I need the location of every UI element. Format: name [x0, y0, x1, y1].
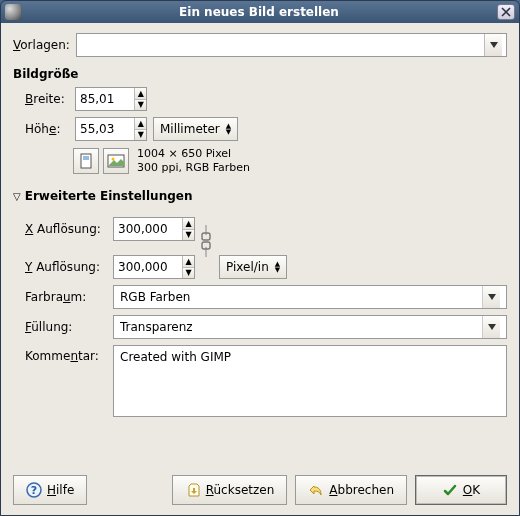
reset-button[interactable]: Rücksetzen: [172, 475, 288, 505]
width-up[interactable]: ▲: [135, 88, 146, 100]
templates-row: Vorlagen:: [13, 33, 507, 57]
width-down[interactable]: ▼: [135, 100, 146, 111]
help-button[interactable]: ? Hilfe: [13, 475, 87, 505]
yres-spin[interactable]: ▲ ▼: [113, 255, 195, 279]
close-button[interactable]: [497, 4, 515, 20]
yres-row: Y Auflösung: ▲ ▼ Pixel/in ▲▼: [25, 255, 507, 279]
width-label: Breite:: [25, 92, 69, 106]
fill-value: Transparenz: [120, 320, 193, 334]
templates-combo[interactable]: [76, 33, 507, 57]
fill-label: Füllung:: [25, 320, 107, 334]
size-unit-value: Millimeter: [160, 122, 220, 136]
svg-text:?: ?: [31, 484, 37, 497]
svg-rect-1: [83, 156, 89, 160]
undo-icon: [308, 482, 324, 498]
res-unit-value: Pixel/in: [226, 260, 269, 274]
ok-button[interactable]: OK: [415, 475, 507, 505]
cancel-label: Abbrechen: [329, 483, 394, 497]
image-info: 1004 × 650 Pixel 300 ppi, RGB Farben: [137, 147, 250, 175]
button-bar: ? Hilfe Rücksetzen Abbrechen OK: [13, 465, 507, 505]
height-label: Höhe:: [25, 122, 69, 136]
chevron-down-icon[interactable]: [484, 34, 502, 56]
xres-label: X Auflösung:: [25, 222, 107, 236]
xres-row: X Auflösung: ▲ ▼: [25, 209, 507, 249]
fill-row: Füllung: Transparenz: [25, 315, 507, 339]
height-row: Höhe: ▲ ▼ Millimeter ▲▼: [25, 117, 507, 141]
info-ppi: 300 ppi, RGB Farben: [137, 161, 250, 175]
height-spin[interactable]: ▲ ▼: [75, 117, 147, 141]
fill-select[interactable]: Transparenz: [113, 315, 507, 339]
res-unit-combo[interactable]: Pixel/in ▲▼: [219, 255, 287, 279]
comment-textarea[interactable]: Created with GIMP: [113, 345, 507, 417]
ok-check-icon: [442, 482, 458, 498]
xres-input[interactable]: [114, 218, 182, 240]
templates-label: Vorlagen:: [13, 38, 70, 52]
portrait-button[interactable]: [73, 148, 99, 174]
width-input[interactable]: [76, 88, 134, 110]
image-size-section: Breite: ▲ ▼ Höhe: ▲ ▼: [25, 87, 507, 181]
xres-spin[interactable]: ▲ ▼: [113, 217, 195, 241]
titlebar[interactable]: Ein neues Bild erstellen: [1, 1, 519, 23]
dialog-window: Ein neues Bild erstellen Vorlagen: Bildg…: [0, 0, 520, 516]
yres-down[interactable]: ▼: [183, 268, 194, 279]
width-row: Breite: ▲ ▼: [25, 87, 507, 111]
info-pixels: 1004 × 650 Pixel: [137, 147, 250, 161]
cancel-button[interactable]: Abbrechen: [295, 475, 407, 505]
advanced-expander[interactable]: ▽ Erweiterte Einstellungen: [13, 189, 507, 203]
width-spin[interactable]: ▲ ▼: [75, 87, 147, 111]
chevron-updown-icon: ▲▼: [275, 261, 280, 273]
dialog-content: Vorlagen: Bildgröße Breite: ▲ ▼: [1, 23, 519, 515]
yres-label: Y Auflösung:: [25, 260, 107, 274]
reset-label: Rücksetzen: [206, 483, 275, 497]
landscape-button[interactable]: [103, 148, 129, 174]
chevron-down-icon: [482, 316, 500, 338]
advanced-title: Erweiterte Einstellungen: [25, 189, 193, 203]
colorspace-label: Farbraum:: [25, 290, 107, 304]
height-up[interactable]: ▲: [135, 118, 146, 130]
image-size-title: Bildgröße: [13, 67, 507, 81]
chevron-down-icon: [482, 286, 500, 308]
height-input[interactable]: [76, 118, 134, 140]
window-title: Ein neues Bild erstellen: [21, 5, 497, 19]
colorspace-row: Farbraum: RGB Farben: [25, 285, 507, 309]
advanced-section: X Auflösung: ▲ ▼ Y Auflösung:: [25, 209, 507, 423]
xres-up[interactable]: ▲: [183, 218, 194, 230]
chevron-updown-icon: ▲▼: [226, 123, 231, 135]
colorspace-select[interactable]: RGB Farben: [113, 285, 507, 309]
help-label: Hilfe: [47, 483, 74, 497]
height-down[interactable]: ▼: [135, 130, 146, 141]
size-unit-combo[interactable]: Millimeter ▲▼: [153, 117, 238, 141]
triangle-down-icon: ▽: [13, 191, 21, 202]
comment-row: Kommentar: Created with GIMP: [25, 345, 507, 417]
yres-up[interactable]: ▲: [183, 256, 194, 268]
chain-link-icon[interactable]: [197, 221, 215, 261]
xres-down[interactable]: ▼: [183, 230, 194, 241]
help-icon: ?: [26, 482, 42, 498]
orientation-info-row: 1004 × 650 Pixel 300 ppi, RGB Farben: [25, 147, 507, 175]
app-icon: [5, 4, 21, 20]
reset-icon: [185, 482, 201, 498]
colorspace-value: RGB Farben: [120, 290, 190, 304]
ok-label: OK: [463, 483, 480, 497]
yres-input[interactable]: [114, 256, 182, 278]
comment-label: Kommentar:: [25, 345, 107, 363]
